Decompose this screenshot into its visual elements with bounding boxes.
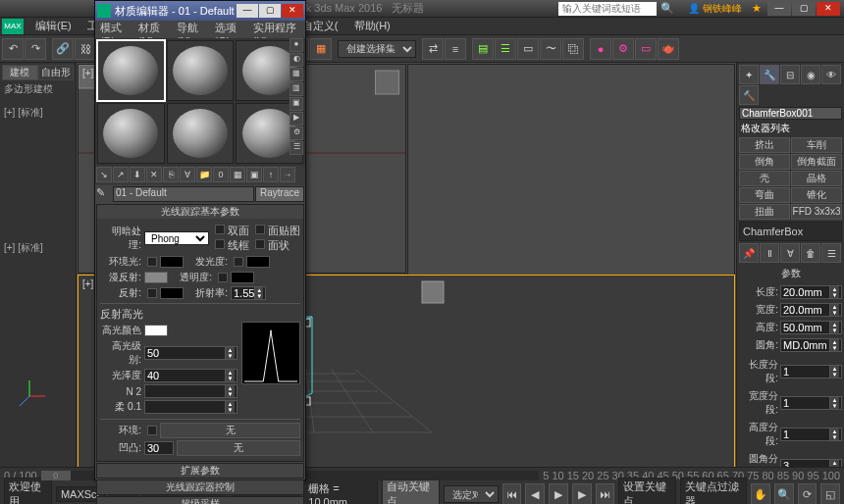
scene-explorer-button[interactable]: ☰ [495, 38, 516, 60]
me-menu-utilities[interactable]: 实用程序(U) [250, 21, 304, 38]
go-parent-icon[interactable]: ↑ [263, 167, 279, 182]
viewport-nav-max-icon[interactable]: ◱ [820, 483, 840, 504]
luminosity-check[interactable] [234, 257, 243, 267]
fillet-spinner[interactable]: MD.0mm▲▼ [780, 338, 842, 352]
env-map-button[interactable]: 无 [160, 423, 300, 438]
ribbon-item-2[interactable]: [+] [标准] [2, 239, 74, 257]
rollout-supersample[interactable]: 超级采样 [97, 497, 303, 504]
hierarchy-tab-icon[interactable]: ⊟ [780, 65, 800, 84]
mod-shell[interactable]: 壳 [739, 171, 790, 186]
show-end-icon[interactable]: ▣ [246, 167, 262, 182]
background-icon[interactable]: ▦ [290, 68, 303, 81]
modifier-list-label[interactable]: 格改器列表 [739, 122, 842, 135]
viewport-nav-zoom-icon[interactable]: 🔍 [774, 483, 794, 504]
remove-modifier-icon[interactable]: 🗑 [801, 243, 820, 263]
ior-spinner[interactable]: 1.55▲▼ [231, 286, 266, 300]
put-to-scene-icon[interactable]: ↗ [113, 167, 129, 182]
material-type-button[interactable]: Raytrace [255, 186, 304, 202]
render-setup-button[interactable]: ⚙ [612, 38, 634, 60]
get-material-icon[interactable]: ↘ [96, 167, 112, 182]
curve-editor-button[interactable]: 〜 [540, 38, 561, 60]
length-spinner[interactable]: 20.0mm▲▼ [780, 285, 842, 299]
spec-color-swatch[interactable] [144, 325, 168, 336]
material-editor-titlebar[interactable]: 材质编辑器 - 01 - Default — ▢ ✕ [95, 1, 305, 21]
show-end-result-icon[interactable]: Ⅱ [760, 243, 779, 263]
mod-ffd[interactable]: FFD 3x3x3 [791, 204, 842, 220]
twoside-checkbox[interactable] [215, 225, 225, 234]
backlight-icon[interactable]: ◐ [290, 53, 303, 67]
unlink-button[interactable]: ⛓ [75, 38, 96, 60]
reflect-swatch[interactable] [160, 287, 184, 299]
width-spinner[interactable]: 20.0mm▲▼ [780, 303, 842, 317]
me-menu-navigate[interactable]: 导航(N) [174, 21, 210, 38]
help-search-input[interactable] [558, 2, 657, 16]
schematic-view-button[interactable]: ⿻ [562, 38, 584, 60]
render-button[interactable]: 🫖 [658, 38, 679, 60]
sample-slot-5[interactable] [167, 103, 235, 164]
options-icon[interactable]: ⚙ [290, 126, 303, 140]
bump-map-button[interactable]: 无 [177, 440, 300, 456]
keyfilter-button[interactable]: 关键点过滤器 [680, 478, 747, 504]
link-button[interactable]: 🔗 [52, 38, 74, 60]
material-id-icon[interactable]: 0 [213, 167, 229, 182]
lseg-spinner[interactable]: 1▲▼ [780, 365, 842, 378]
me-menu-mode[interactable]: 模式(D) [97, 21, 133, 38]
mod-bend[interactable]: 弯曲 [739, 187, 790, 203]
goto-end-button[interactable]: ⏭ [596, 483, 615, 504]
undo-button[interactable]: ↶ [2, 38, 24, 60]
mod-lathe[interactable]: 车削 [791, 137, 842, 153]
rollout-params-head[interactable]: 参数 [739, 265, 842, 282]
close-button[interactable]: ✕ [817, 2, 840, 16]
display-tab-icon[interactable]: 👁 [821, 65, 841, 84]
help-icon[interactable]: 🔍 [660, 2, 674, 15]
wire-checkbox[interactable] [215, 239, 225, 249]
configure-sets-icon[interactable]: ☰ [821, 243, 841, 263]
object-name-field[interactable] [739, 107, 842, 120]
sample-slot-4[interactable] [97, 103, 165, 164]
ambient-check[interactable] [147, 257, 157, 267]
sample-slot-2[interactable] [167, 40, 235, 101]
goto-start-button[interactable]: ⏮ [502, 483, 522, 504]
align-button[interactable]: ≡ [445, 38, 466, 60]
redo-button[interactable]: ↷ [25, 38, 46, 60]
spinner-snap-button[interactable]: ▦ [310, 38, 332, 60]
me-menu-options[interactable]: 选项(O) [212, 21, 248, 38]
faceted-checkbox[interactable] [255, 239, 265, 249]
prev-frame-button[interactable]: ◀ [525, 483, 545, 504]
utilities-tab-icon[interactable]: 🔨 [739, 85, 759, 105]
mod-extrude[interactable]: 挤出 [739, 137, 790, 153]
soften-spinner[interactable]: ▲▼ [144, 400, 237, 414]
key-selection-dropdown[interactable]: 选定对象 [444, 485, 499, 503]
material-name-field[interactable]: 01 - Default [113, 186, 254, 202]
bump-spinner[interactable]: 30 [144, 441, 174, 455]
ribbon-tab-freeform[interactable]: 自由形 [38, 65, 75, 80]
setkey-button[interactable]: 设置关键点 [618, 478, 676, 504]
max-logo-icon[interactable]: MAX [2, 19, 24, 34]
menu-edit[interactable]: 编辑(E) [27, 19, 79, 33]
ambient-swatch[interactable] [160, 256, 184, 268]
me-menu-material[interactable]: 材质(M) [135, 21, 173, 38]
menu-help[interactable]: 帮助(H) [346, 19, 398, 33]
material-editor-button[interactable]: ● [590, 38, 611, 60]
next-frame-button[interactable]: ▶ [572, 483, 592, 504]
make-copy-icon[interactable]: ⎘ [163, 167, 179, 182]
ribbon-tab-modeling[interactable]: 建模 [2, 65, 38, 80]
favorite-icon[interactable]: ★ [752, 2, 762, 15]
sample-type-icon[interactable]: ● [290, 38, 303, 52]
ribbon-toggle-button[interactable]: ▭ [517, 38, 539, 60]
env-check[interactable] [147, 426, 157, 435]
make-unique-icon[interactable]: ∀ [180, 167, 195, 182]
mod-twist[interactable]: 扭曲 [739, 204, 790, 220]
create-tab-icon[interactable]: ✦ [739, 65, 759, 84]
rollout-basic-params[interactable]: 光线跟踪基本参数 [97, 205, 303, 219]
select-by-mat-icon[interactable]: ☰ [290, 141, 303, 155]
make-unique-icon[interactable]: ∀ [780, 243, 800, 263]
mod-bevel-profile[interactable]: 倒角截面 [791, 154, 842, 170]
render-frame-button[interactable]: ▭ [635, 38, 657, 60]
material-editor-window[interactable]: 材质编辑器 - 01 - Default — ▢ ✕ 模式(D) 材质(M) 导… [94, 0, 306, 480]
put-to-library-icon[interactable]: 📁 [196, 167, 212, 182]
autokey-button[interactable]: 自动关键点 [382, 478, 440, 504]
gloss-spinner[interactable]: 40▲▼ [144, 369, 237, 382]
spec-level-spinner[interactable]: 50▲▼ [144, 346, 237, 360]
me-minimize-button[interactable]: — [237, 4, 258, 18]
